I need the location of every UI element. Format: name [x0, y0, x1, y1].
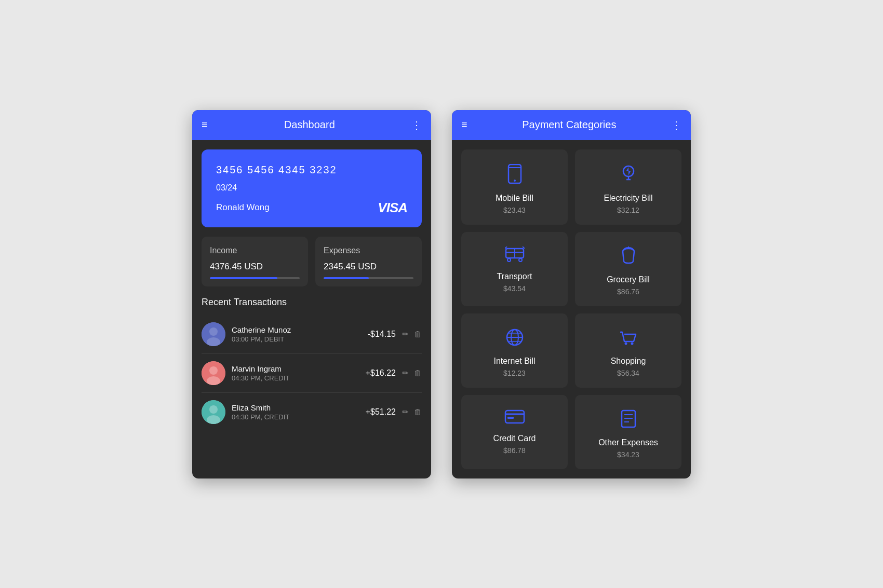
avatar — [202, 361, 225, 385]
payment-categories-screen: ≡ Payment Categories ⋮ Mobile Bill $23. — [452, 110, 691, 478]
recent-transactions-title: Recent Transactions — [202, 297, 422, 308]
avatar-img-2 — [202, 361, 225, 385]
dashboard-title: Dashboard — [284, 119, 335, 131]
svg-point-7 — [209, 405, 218, 414]
svg-point-19 — [519, 258, 522, 262]
expenses-label: Expenses — [324, 246, 413, 255]
transaction-sub: 03:00 PM, DEBIT — [232, 335, 368, 343]
internet-bill-icon — [505, 328, 524, 349]
category-amount: $86.78 — [503, 446, 526, 455]
category-card-electricity[interactable]: Electricity Bill $32.12 — [575, 149, 681, 225]
categories-menu-icon[interactable]: ≡ — [461, 119, 467, 131]
credit-card: 3456 5456 4345 3232 03/24 Ronald Wong VI… — [202, 149, 422, 227]
avatar-img-1 — [202, 322, 225, 346]
transaction-item: Eliza Smith 04:30 PM, CREDIT +$51.22 ✏ 🗑 — [202, 393, 422, 431]
shopping-icon — [619, 328, 638, 349]
category-card-shopping[interactable]: Shopping $56.34 — [575, 313, 681, 388]
expenses-value: 2345.45 USD — [324, 262, 413, 272]
transaction-sub: 04:30 PM, CREDIT — [232, 413, 366, 421]
category-name: Transport — [497, 272, 532, 281]
transaction-name: Marvin Ingram — [232, 364, 366, 373]
mobile-bill-icon — [506, 164, 523, 186]
other-expenses-icon — [621, 409, 636, 431]
edit-icon[interactable]: ✏ — [402, 368, 409, 378]
grocery-bill-icon — [620, 247, 637, 268]
svg-point-4 — [209, 366, 218, 375]
category-card-mobile[interactable]: Mobile Bill $23.43 — [461, 149, 568, 225]
category-card-transport[interactable]: Transport $43.54 — [461, 232, 568, 306]
svg-point-29 — [631, 342, 633, 345]
income-card: Income 4376.45 USD — [202, 237, 308, 286]
dashboard-content: 3456 5456 4345 3232 03/24 Ronald Wong VI… — [192, 140, 431, 441]
category-name: Grocery Bill — [607, 275, 650, 284]
avatar — [202, 400, 225, 424]
category-card-grocery[interactable]: Grocery Bill $86.76 — [575, 232, 681, 306]
expenses-bar-fill — [324, 277, 369, 279]
expenses-bar-track — [324, 277, 413, 279]
visa-logo: VISA — [378, 200, 407, 216]
dashboard-menu-icon[interactable]: ≡ — [202, 119, 208, 131]
transaction-actions: ✏ 🗑 — [402, 407, 422, 417]
svg-point-18 — [507, 258, 511, 262]
avatar-img-3 — [202, 400, 225, 424]
category-amount: $32.12 — [617, 206, 639, 214]
category-name: Other Expenses — [598, 438, 658, 447]
category-amount: $23.43 — [503, 206, 526, 214]
dashboard-app-bar: ≡ Dashboard ⋮ — [192, 110, 431, 140]
transaction-amount: +$51.22 — [366, 407, 396, 417]
card-number: 3456 5456 4345 3232 — [216, 164, 407, 176]
income-value: 4376.45 USD — [210, 262, 300, 272]
category-card-other[interactable]: Other Expenses $34.23 — [575, 395, 681, 469]
screens-container: ≡ Dashboard ⋮ 3456 5456 4345 3232 03/24 … — [171, 89, 712, 499]
category-amount: $12.23 — [503, 369, 526, 377]
transaction-name: Eliza Smith — [232, 403, 366, 412]
income-label: Income — [210, 246, 300, 255]
edit-icon[interactable]: ✏ — [402, 330, 409, 339]
avatar — [202, 322, 225, 346]
dashboard-screen: ≡ Dashboard ⋮ 3456 5456 4345 3232 03/24 … — [192, 110, 431, 478]
income-bar-fill — [210, 277, 277, 279]
transaction-amount: -$14.15 — [368, 330, 396, 339]
credit-card-icon — [504, 409, 525, 427]
transaction-item: Catherine Munoz 03:00 PM, DEBIT -$14.15 … — [202, 315, 422, 354]
category-name: Credit Card — [493, 434, 536, 443]
transaction-item: Marvin Ingram 04:30 PM, CREDIT +$16.22 ✏… — [202, 354, 422, 393]
transaction-amount: +$16.22 — [366, 368, 396, 378]
categories-content: Mobile Bill $23.43 Electricity Bill — [452, 140, 691, 478]
transaction-actions: ✏ 🗑 — [402, 330, 422, 339]
category-card-internet[interactable]: Internet Bill $12.23 — [461, 313, 568, 388]
svg-point-1 — [209, 327, 218, 336]
transaction-name: Catherine Munoz — [232, 325, 368, 334]
categories-app-bar: ≡ Payment Categories ⋮ — [452, 110, 691, 140]
categories-title: Payment Categories — [522, 119, 616, 131]
transaction-info: Catherine Munoz 03:00 PM, DEBIT — [232, 325, 368, 343]
category-amount: $34.23 — [617, 450, 639, 459]
category-amount: $56.34 — [617, 369, 639, 377]
stats-row: Income 4376.45 USD Expenses 2345.45 USD — [202, 237, 422, 286]
category-card-creditcard[interactable]: Credit Card $86.78 — [461, 395, 568, 469]
card-holder: Ronald Wong — [216, 202, 270, 213]
edit-icon[interactable]: ✏ — [402, 407, 409, 417]
category-amount: $43.54 — [503, 284, 526, 293]
category-amount: $86.76 — [617, 288, 639, 296]
electricity-bill-icon — [621, 164, 636, 186]
transaction-info: Marvin Ingram 04:30 PM, CREDIT — [232, 364, 366, 382]
categories-grid: Mobile Bill $23.43 Electricity Bill — [461, 149, 681, 469]
delete-icon[interactable]: 🗑 — [414, 407, 422, 417]
delete-icon[interactable]: 🗑 — [414, 330, 422, 339]
transaction-info: Eliza Smith 04:30 PM, CREDIT — [232, 403, 366, 421]
category-name: Mobile Bill — [496, 194, 533, 203]
transport-icon — [505, 247, 525, 265]
transaction-sub: 04:30 PM, CREDIT — [232, 374, 366, 382]
delete-icon[interactable]: 🗑 — [414, 368, 422, 378]
card-bottom: Ronald Wong VISA — [216, 200, 407, 216]
expenses-card: Expenses 2345.45 USD — [315, 237, 422, 286]
transaction-actions: ✏ 🗑 — [402, 368, 422, 378]
income-bar-track — [210, 277, 300, 279]
category-name: Shopping — [611, 357, 646, 366]
dashboard-more-icon[interactable]: ⋮ — [411, 119, 422, 131]
transactions-list: Catherine Munoz 03:00 PM, DEBIT -$14.15 … — [202, 315, 422, 431]
svg-point-28 — [624, 342, 627, 345]
categories-more-icon[interactable]: ⋮ — [671, 119, 681, 131]
category-name: Internet Bill — [493, 357, 535, 366]
